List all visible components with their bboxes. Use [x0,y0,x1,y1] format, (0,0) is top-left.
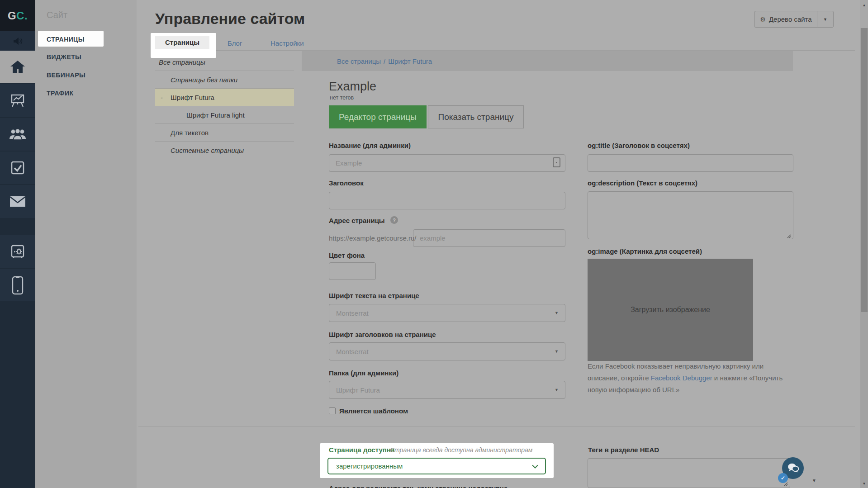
mobile-icon [12,276,24,295]
page-editor-button[interactable]: Редактор страницы [329,105,427,128]
og-description-label: og:description (Текст в соцсетях) [588,179,697,187]
upload-image-label: Загрузить изображение [631,306,710,314]
entity-title: Example [329,80,376,94]
megaphone-icon [12,35,24,47]
folder-label: Папка (для админки) [329,369,398,377]
heading-font-label: Шрифт заголовков на странице [329,331,436,338]
select-arrow-icon: ▼ [548,304,565,322]
nav-automation[interactable] [0,235,35,268]
sidebar-item-webinars[interactable]: ВЕБИНАРЫ [47,71,85,79]
collapse-minus-icon[interactable]: - [161,94,163,101]
tree-item-pages-without-folder[interactable]: Страницы без папки [155,71,294,89]
chevron-down-icon [532,464,538,469]
tab-settings[interactable]: Настройки [270,39,304,47]
facebook-note: Если Facebook показывает неправильную ка… [588,360,797,396]
sidebar-title: Сайт [47,10,67,20]
tabs-underline [216,50,855,51]
heading-label: Заголовок [329,179,364,187]
tree-item-label: Шрифт Futura [171,94,214,101]
head-tags-label: Теги в разделе HEAD [588,446,659,454]
name-input[interactable] [329,154,565,172]
chart-icon [9,93,26,109]
og-description-textarea[interactable] [588,191,793,239]
pages-tree: Все страницы Страницы без папки - Шрифт … [155,53,294,159]
breadcrumb-separator: / [384,57,385,65]
text-font-value: Montserrat [336,309,369,317]
bg-color-input[interactable] [329,262,376,280]
page-access-note: Страница всегда доступна администраторам [390,446,532,454]
facebook-debugger-link[interactable]: Facebook Debugger [651,374,712,382]
heading-font-value: Montserrat [336,348,369,355]
nav-messages[interactable] [0,185,35,218]
address-label: Адрес страницы [329,217,385,224]
site-tree-dropdown-caret[interactable]: ▼ [817,11,834,28]
select-arrow-icon: ▼ [548,381,565,398]
nav-analytics[interactable] [0,84,35,117]
scroll-up-arrow[interactable]: ▲ [860,0,868,28]
tree-item-font-futura-light[interactable]: Шрифт Futura light [155,106,294,124]
og-image-upload-area[interactable]: Загрузить изображение [588,259,753,361]
site-tree-button-label: Дерево сайта [769,15,812,23]
people-icon [9,128,27,141]
og-title-label: og:title (Заголовок в соцсетях) [588,142,690,149]
select-arrow-icon: ▼ [548,343,565,360]
section-divider [138,426,855,426]
caret-down-icon: ▼ [812,478,816,483]
tree-item-all-pages[interactable]: Все страницы [155,53,294,71]
address-input[interactable] [413,229,565,247]
tree-item-for-tickets[interactable]: Для тикетов [155,124,294,142]
gear-icon: ⚙ [760,16,766,23]
text-font-label: Шрифт текста на странице [329,292,419,299]
tree-item-font-futura[interactable]: - Шрифт Futura [155,89,294,106]
heading-font-select[interactable]: Montserrat ▼ [329,342,565,360]
help-icon[interactable]: ? [390,216,398,224]
chat-bubbles-icon [787,463,799,474]
url-prefix: https://example.getcourse.ru/ [329,234,416,242]
breadcrumb-all-pages[interactable]: Все страницы [337,57,381,65]
sidebar-item-pages[interactable]: СТРАНИЦЫ [47,36,85,43]
sidebar-item-traffic[interactable]: ТРАФИК [47,90,73,97]
nav-mobile-app[interactable] [0,269,35,301]
redirect-address-label: Адрес для редиректа тех, кому страница н… [329,484,508,488]
nav-announcements[interactable] [0,31,35,51]
caret-down-icon: ▼ [823,17,827,22]
is-template-checkbox[interactable] [329,407,336,414]
og-title-input[interactable] [588,154,793,172]
logo-text-c: C. [16,9,28,22]
tab-blog[interactable]: Блог [228,39,242,47]
nav-home-active[interactable] [0,51,35,83]
tags-note: нет тегов [330,95,354,101]
automation-icon [9,244,26,260]
page-title: Управление сайтом [155,10,305,28]
page-access-label: Страница доступна [329,446,394,454]
chat-status-badge: ✓ [778,473,788,483]
tasks-icon [10,160,25,175]
site-tree-button[interactable]: ⚙ Дерево сайта [754,11,817,28]
scrollbar-thumb[interactable] [861,28,868,312]
scroll-down-arrow[interactable]: ▼ [860,479,868,488]
site-section-sidebar: Сайт СТРАНИЦЫ ВИДЖЕТЫ ВЕБИНАРЫ ТРАФИК [35,0,137,488]
heading-input[interactable] [329,192,565,209]
template-marker-icon[interactable]: ▪ [553,157,560,167]
bg-color-label: Цвет фона [329,251,365,259]
breadcrumb-font-futura[interactable]: Шрифт Futura [388,57,432,65]
head-tags-textarea[interactable] [588,458,790,488]
is-template-label: Является шаблоном [339,407,408,415]
og-image-label: og:image (Картинка для соцсетей) [588,247,702,255]
nav-users[interactable] [0,118,35,151]
name-label: Название (для админки) [329,142,411,149]
sidebar-item-widgets[interactable]: ВИДЖЕТЫ [47,53,81,61]
text-font-select[interactable]: Montserrat ▼ [329,304,565,322]
page-access-select[interactable]: зарегистрированным [327,458,546,474]
show-page-button[interactable]: Показать страницу [428,105,524,128]
folder-select[interactable]: Шрифт Futura ▼ [329,381,565,399]
app-nav-rail: GC. [0,0,35,488]
breadcrumb: Все страницы / Шрифт Futura [302,51,793,71]
tab-pages[interactable]: Страницы [155,36,209,49]
home-icon [9,59,26,75]
page-access-value: зарегистрированным [336,462,403,470]
folder-value: Шрифт Futura [336,386,380,394]
tree-item-system-pages[interactable]: Системные страницы [155,142,294,159]
nav-tasks[interactable] [0,152,35,184]
getcourse-logo[interactable]: GC. [0,0,35,31]
